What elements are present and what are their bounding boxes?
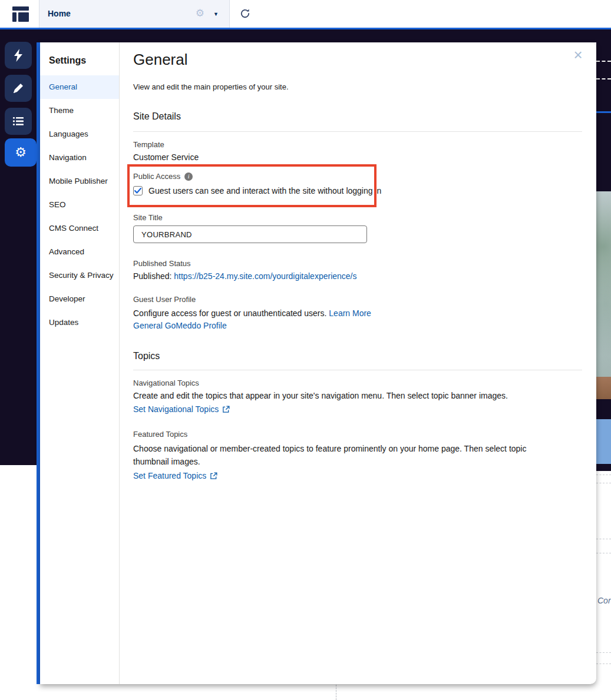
site-title-label: Site Title [133, 213, 582, 222]
page-name-label: Home [48, 9, 71, 18]
nav-item-mobile-publisher[interactable]: Mobile Publisher [40, 170, 119, 193]
site-title-input[interactable] [133, 225, 367, 243]
dimmed-canvas-top [0, 29, 611, 42]
nav-item-theme[interactable]: Theme [40, 99, 119, 122]
underlying-guide-dash [596, 663, 611, 664]
underlying-blue-section [596, 419, 611, 464]
underlying-hero-photo [596, 191, 611, 377]
close-button[interactable]: × [569, 46, 587, 64]
learn-more-link[interactable]: Learn More [329, 308, 371, 318]
template-label: Template [133, 140, 582, 149]
nav-item-general[interactable]: General [40, 75, 119, 99]
checkmark-icon [134, 188, 141, 194]
public-access-checkbox-label: Guest users can see and interact with th… [148, 186, 381, 195]
published-url-link[interactable]: https://b25-24.my.site.com/yourdigitalex… [174, 271, 356, 281]
underlying-page-dark-header [596, 29, 611, 191]
guest-profile-link[interactable]: General GoMeddo Profile [133, 321, 227, 330]
page-gear-icon[interactable]: ⚙ [196, 8, 204, 18]
underlying-guide-dash [596, 553, 611, 553]
refresh-icon [239, 8, 251, 19]
guest-profile-description: Configure access for guest or unauthenti… [133, 308, 329, 318]
featured-topics-description: Choose navigational or member-created to… [133, 442, 549, 468]
settings-nav-title: Settings [49, 55, 119, 66]
external-link-icon [222, 406, 230, 413]
info-icon[interactable]: i [184, 172, 193, 181]
public-access-checkbox[interactable] [133, 186, 143, 195]
nav-item-developer[interactable]: Developer [40, 287, 119, 311]
sidebar-structure-button[interactable] [5, 108, 32, 135]
gear-icon: ⚙ [15, 146, 27, 159]
site-details-heading: Site Details [133, 111, 582, 122]
caret-down-icon[interactable]: ▼ [213, 11, 219, 17]
list-icon [12, 116, 24, 127]
published-status-value: Published: https://b25-24.my.site.com/yo… [133, 271, 582, 281]
published-status-label: Published Status [133, 259, 582, 268]
set-navigational-topics-link[interactable]: Set Navigational Topics [133, 404, 219, 414]
underlying-guide-dash [596, 475, 611, 475]
underlying-dark-section [596, 399, 611, 419]
nav-item-updates[interactable]: Updates [40, 311, 119, 334]
underlying-photo-bottom [596, 377, 611, 399]
underlying-guide-dash [596, 539, 611, 539]
template-value: Customer Service [133, 152, 582, 162]
nav-item-seo[interactable]: SEO [40, 193, 119, 217]
section-divider [133, 370, 582, 370]
page-subtitle: View and edit the main properties of you… [133, 82, 582, 91]
experience-builder-screen: Cor Home ⚙ ▼ [0, 0, 611, 700]
guest-profile-text: Configure access for guest or unauthenti… [133, 307, 582, 332]
underlying-page-text: Cor [597, 596, 611, 605]
underlying-guide-dash-vertical [336, 685, 336, 700]
settings-nav-list: General Theme Languages Navigation Mobil… [40, 75, 119, 334]
sidebar-settings-button[interactable]: ⚙ [5, 138, 37, 167]
page-title: General [133, 51, 582, 69]
set-featured-topics-link[interactable]: Set Featured Topics [133, 471, 206, 480]
nav-item-advanced[interactable]: Advanced [40, 240, 119, 264]
navigational-topics-description: Create and edit the topics that appear i… [133, 391, 582, 400]
settings-modal: Settings General Theme Languages Navigat… [40, 42, 596, 684]
published-prefix: Published: [133, 271, 174, 281]
topics-heading: Topics [133, 351, 582, 361]
section-divider [133, 131, 582, 132]
page-selector-home[interactable]: Home ⚙ ▼ [39, 0, 230, 28]
underlying-dropzone-dash [596, 61, 611, 62]
settings-nav: Settings General Theme Languages Navigat… [40, 42, 120, 684]
underlying-dark-strip [596, 464, 611, 471]
canvas-top-accent-line [0, 28, 611, 29]
experience-builder-logo-icon [12, 6, 29, 22]
settings-content: × General View and edit the main propert… [120, 42, 596, 684]
public-access-field: Public Access i Guest users can see and … [133, 172, 582, 195]
refresh-button[interactable] [236, 5, 255, 24]
navigational-topics-label: Navigational Topics [133, 379, 582, 387]
builder-top-bar: Home ⚙ ▼ [0, 0, 611, 28]
sidebar-theme-button[interactable] [5, 75, 32, 102]
underlying-guide-dash [596, 483, 611, 483]
external-link-icon [210, 472, 217, 480]
underlying-accent-line [596, 111, 611, 113]
underlying-dropzone-dash [596, 78, 611, 79]
nav-item-navigation[interactable]: Navigation [40, 146, 119, 170]
nav-item-security-privacy[interactable]: Security & Privacy [40, 264, 119, 287]
public-access-label: Public Access [133, 172, 180, 181]
lightning-bolt-icon [13, 49, 24, 62]
nav-item-languages[interactable]: Languages [40, 122, 119, 146]
paintbrush-icon [12, 82, 24, 94]
featured-topics-label: Featured Topics [133, 430, 582, 439]
nav-item-cms-connect[interactable]: CMS Connect [40, 217, 119, 240]
guest-profile-label: Guest User Profile [133, 295, 582, 304]
sidebar-components-button[interactable] [5, 42, 32, 69]
underlying-guide-dash [596, 652, 611, 653]
